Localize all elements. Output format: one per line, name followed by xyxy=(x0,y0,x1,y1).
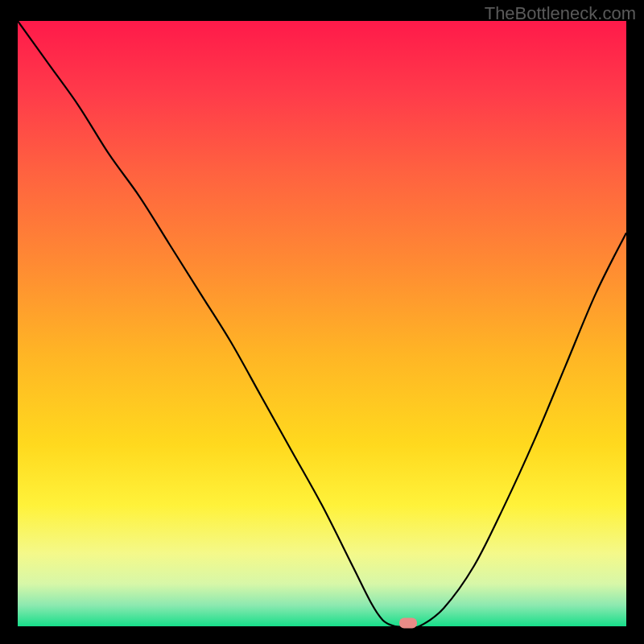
curve-layer xyxy=(18,21,626,626)
chart-plot-area xyxy=(18,21,626,626)
watermark-text: TheBottleneck.com xyxy=(485,3,636,24)
bottleneck-curve xyxy=(18,21,626,626)
optimal-marker xyxy=(399,618,417,629)
